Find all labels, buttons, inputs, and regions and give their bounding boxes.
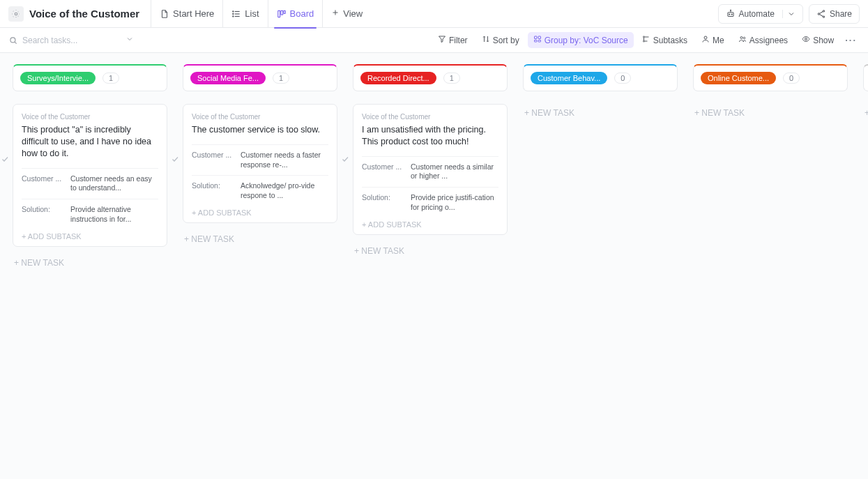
app-logo-icon xyxy=(8,6,24,22)
column-count: 1 xyxy=(273,73,289,84)
field-label-customer: Customer ... xyxy=(362,162,405,181)
svg-point-0 xyxy=(15,13,17,15)
task-card[interactable]: Voice of the CustomerThis product "a" is… xyxy=(13,104,167,247)
me-button[interactable]: Me xyxy=(696,32,730,48)
board-column: Surveys/Intervie...1Voice of the Custome… xyxy=(13,64,167,272)
user-icon xyxy=(701,35,710,45)
column-header[interactable]: Online Custome...0 xyxy=(693,64,848,91)
svg-point-31 xyxy=(704,36,707,39)
column-count: 1 xyxy=(443,73,460,84)
column-tag: Customer Behav... xyxy=(531,72,607,84)
show-button[interactable]: Show xyxy=(796,32,839,48)
view-tabs: Start Here List Board View xyxy=(151,0,371,28)
svg-line-21 xyxy=(820,14,823,16)
assignees-button[interactable]: Assignees xyxy=(733,32,793,48)
svg-point-16 xyxy=(730,10,731,10)
svg-point-13 xyxy=(729,14,729,15)
tab-board[interactable]: Board xyxy=(268,0,323,28)
svg-point-19 xyxy=(823,16,824,17)
board-icon xyxy=(277,8,287,20)
column-header[interactable]: Customer Behav...0 xyxy=(523,64,678,91)
board-scroll[interactable]: Surveys/Intervie...1Voice of the Custome… xyxy=(0,53,868,479)
share-label: Share xyxy=(830,9,852,19)
group-label: Group by: VoC Source xyxy=(545,36,628,45)
assignees-label: Assignees xyxy=(749,36,788,45)
column-header[interactable]: Recorded Direct...1 xyxy=(353,64,508,91)
task-card[interactable]: Voice of the CustomerThe customer servic… xyxy=(183,104,337,223)
new-task-button[interactable]: + NEW TASK xyxy=(13,254,167,272)
tab-start-here[interactable]: Start Here xyxy=(151,0,222,28)
automate-button[interactable]: Automate xyxy=(718,4,803,24)
share-icon xyxy=(816,8,826,19)
column-header[interactable]: Di... xyxy=(863,64,868,91)
svg-point-22 xyxy=(10,38,15,43)
plus-icon xyxy=(331,8,340,19)
search-input[interactable] xyxy=(22,36,113,45)
field-label-customer: Customer ... xyxy=(192,151,235,169)
task-card[interactable]: Voice of the CustomerI am unsatisfied wi… xyxy=(353,104,508,235)
svg-point-29 xyxy=(643,36,644,38)
subtasks-button[interactable]: Subtasks xyxy=(637,32,693,48)
sort-label: Sort by xyxy=(493,36,519,45)
list-icon xyxy=(231,8,241,20)
app-header: Voice of the Customer Start Here List Bo… xyxy=(0,0,868,28)
share-button[interactable]: Share xyxy=(809,4,860,24)
card-title: This product "a" is incredibly difficult… xyxy=(22,124,158,160)
new-task-button[interactable]: + NEW TASK xyxy=(693,104,848,122)
field-value-customer: Customer needs an easy to understand... xyxy=(70,174,158,193)
column-header[interactable]: Surveys/Intervie...1 xyxy=(13,64,167,91)
svg-point-17 xyxy=(823,10,824,12)
svg-point-5 xyxy=(233,14,234,15)
robot-icon xyxy=(726,8,736,19)
field-value-customer: Customer needs a faster response re-... xyxy=(241,151,328,169)
svg-point-34 xyxy=(805,38,807,40)
add-subtask-button[interactable]: + ADD SUBTASK xyxy=(362,218,498,229)
tab-add-view[interactable]: View xyxy=(322,0,371,28)
board-column: Online Custome...0+ NEW TASK xyxy=(693,64,848,122)
new-task-button[interactable]: + NEW TASK xyxy=(183,230,337,248)
sort-button[interactable]: Sort by xyxy=(476,32,525,48)
svg-marker-24 xyxy=(439,36,445,43)
tab-list[interactable]: List xyxy=(222,0,267,28)
column-count: 0 xyxy=(614,73,631,84)
card-location: Voice of the Customer xyxy=(192,113,328,121)
svg-rect-9 xyxy=(283,11,284,14)
column-tag: Online Custome... xyxy=(701,72,776,84)
tab-label: Board xyxy=(290,8,314,19)
board-column: Social Media Fe...1Voice of the Customer… xyxy=(183,64,337,248)
group-by-button[interactable]: Group by: VoC Source xyxy=(528,32,634,48)
svg-rect-26 xyxy=(538,36,541,39)
check-icon xyxy=(1,155,9,165)
check-icon xyxy=(341,155,349,165)
page-title: Voice of the Customer xyxy=(29,8,139,20)
tab-label: Start Here xyxy=(173,8,214,19)
field-value-solution: Acknolwedge/ pro-vide respone to ... xyxy=(241,181,328,200)
svg-rect-12 xyxy=(728,13,733,17)
subtasks-label: Subtasks xyxy=(653,36,687,45)
more-options-button[interactable]: ··· xyxy=(842,35,860,45)
chevron-down-icon[interactable] xyxy=(125,35,134,45)
svg-rect-7 xyxy=(277,11,280,17)
card-location: Voice of the Customer xyxy=(362,113,498,121)
add-subtask-button[interactable]: + ADD SUBTASK xyxy=(22,229,158,241)
group-icon xyxy=(533,35,542,45)
card-title: I am unsatisfied with the pricing. This … xyxy=(362,124,498,148)
add-subtask-button[interactable]: + ADD SUBTASK xyxy=(192,206,328,217)
svg-point-4 xyxy=(233,11,234,12)
svg-line-23 xyxy=(15,42,17,44)
column-header[interactable]: Social Media Fe...1 xyxy=(183,64,337,91)
field-value-solution: Provide price justifi-cation for pricing… xyxy=(411,193,498,212)
new-task-button[interactable]: + NEW TASK xyxy=(523,104,678,122)
filter-button[interactable]: Filter xyxy=(432,32,473,48)
svg-rect-28 xyxy=(538,40,541,43)
filter-icon xyxy=(438,35,446,45)
doc-icon xyxy=(160,8,169,20)
me-label: Me xyxy=(713,36,724,45)
svg-point-18 xyxy=(818,13,819,15)
new-task-button[interactable]: + N xyxy=(863,104,868,122)
new-task-button[interactable]: + NEW TASK xyxy=(353,242,508,260)
svg-point-30 xyxy=(643,40,644,42)
tab-label: List xyxy=(245,8,259,19)
field-label-customer: Customer ... xyxy=(22,174,65,193)
field-label-solution: Solution: xyxy=(22,205,65,224)
